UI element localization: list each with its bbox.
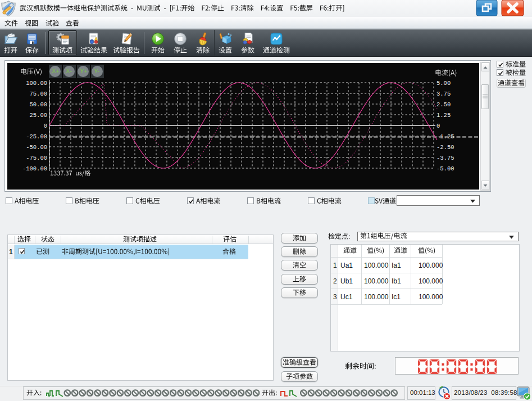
svg-text:0: 0 — [44, 123, 47, 129]
svg-text:1.25: 1.25 — [436, 112, 451, 119]
svg-text:-5.00: -5.00 — [436, 165, 454, 172]
svg-text:5.00: 5.00 — [436, 80, 451, 87]
svg-text:-50.00: -50.00 — [26, 144, 47, 151]
svg-text:25.00: 25.00 — [29, 112, 47, 119]
svg-text:-25.00: -25.00 — [26, 133, 47, 140]
svg-text:-75.00: -75.00 — [26, 155, 47, 161]
svg-text:-1.25: -1.25 — [436, 133, 454, 140]
svg-text:50.00: 50.00 — [29, 101, 47, 108]
svg-text:2.50: 2.50 — [436, 101, 451, 108]
svg-text:3.75: 3.75 — [436, 91, 451, 97]
svg-text:75.00: 75.00 — [29, 91, 47, 97]
svg-text:-2.50: -2.50 — [436, 144, 454, 151]
svg-text:-3.75: -3.75 — [436, 155, 454, 161]
svg-text:-100.00: -100.00 — [22, 165, 47, 172]
svg-text:100.00: 100.00 — [26, 80, 47, 87]
svg-text:0: 0 — [436, 123, 440, 129]
